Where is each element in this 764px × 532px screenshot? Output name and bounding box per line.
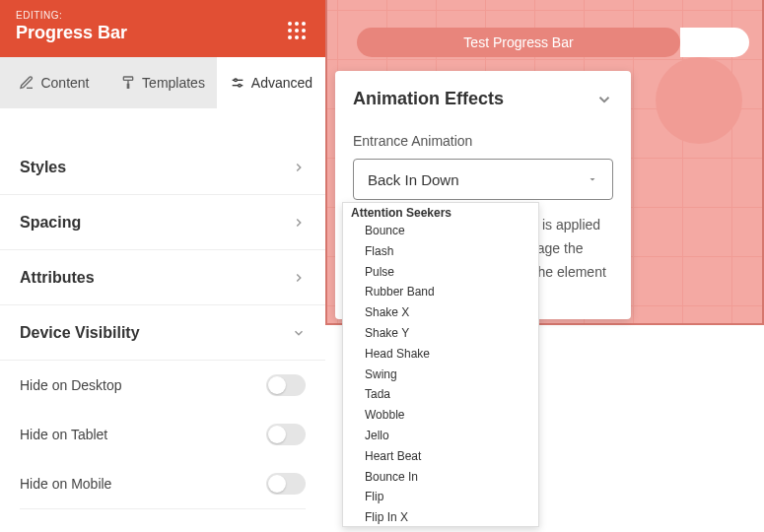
section-spacing[interactable]: Spacing xyxy=(0,195,325,250)
dropdown-item[interactable]: Jello xyxy=(343,426,538,446)
section-attributes[interactable]: Attributes xyxy=(0,250,325,305)
svg-point-2 xyxy=(235,79,238,82)
section-spacing-label: Spacing xyxy=(20,214,81,232)
dropdown-item[interactable]: Shake X xyxy=(343,302,538,323)
dropdown-item[interactable]: Flip xyxy=(343,487,538,507)
dropdown-item[interactable]: Bounce xyxy=(343,221,538,241)
editor-header: EDITING: Progress Bar xyxy=(0,0,325,57)
select-value: Back In Down xyxy=(368,171,459,188)
animation-dropdown: Attention Seekers BounceFlashPulseRubber… xyxy=(342,202,539,527)
editing-label: EDITING: xyxy=(16,10,310,21)
hide-tablet-label: Hide on Tablet xyxy=(20,427,107,442)
progress-bar-label: Test Progress Bar xyxy=(463,34,573,50)
chevron-right-icon xyxy=(292,161,306,174)
tab-advanced-label: Advanced xyxy=(251,75,313,91)
svg-point-3 xyxy=(239,84,242,87)
pencil-icon xyxy=(19,75,35,91)
toggle-row-hide-desktop: Hide on Desktop xyxy=(0,361,325,410)
dropdown-item[interactable]: Bounce In xyxy=(343,467,538,488)
dropdown-items-attention: BounceFlashPulseRubber BandShake XShake … xyxy=(343,221,538,527)
dropdown-item[interactable]: Shake Y xyxy=(343,323,538,344)
dropdown-item[interactable]: Pulse xyxy=(343,262,538,283)
sliders-icon xyxy=(230,75,245,91)
tab-content[interactable]: Content xyxy=(0,57,108,108)
dropdown-item[interactable]: Flip In X xyxy=(343,507,538,527)
caret-down-icon xyxy=(587,173,598,185)
dropdown-item[interactable]: Flash xyxy=(343,241,538,262)
section-device-visibility[interactable]: Device Visibility xyxy=(0,305,325,361)
progress-bar-fill[interactable]: Test Progress Bar xyxy=(357,28,680,57)
editor-title: Progress Bar xyxy=(16,23,310,43)
dropdown-item[interactable]: Wobble xyxy=(343,405,538,426)
paint-icon xyxy=(120,75,136,91)
tab-content-label: Content xyxy=(40,75,89,91)
editor-sidebar: EDITING: Progress Bar Content Templates … xyxy=(0,0,325,532)
tab-advanced[interactable]: Advanced xyxy=(217,57,325,108)
hide-desktop-label: Hide on Desktop xyxy=(20,377,122,393)
tab-templates-label: Templates xyxy=(142,75,205,91)
dropdown-item[interactable]: Heart Beat xyxy=(343,446,538,467)
dropdown-group-attention: Attention Seekers xyxy=(343,203,538,221)
tab-templates[interactable]: Templates xyxy=(108,57,217,108)
dropdown-item[interactable]: Tada xyxy=(343,384,538,405)
dropdown-item[interactable]: Rubber Band xyxy=(343,282,538,302)
hide-desktop-toggle[interactable] xyxy=(266,374,306,396)
toggle-row-hide-mobile: Hide on Mobile xyxy=(0,459,325,508)
toggle-row-hide-tablet: Hide on Tablet xyxy=(0,410,325,459)
entrance-animation-select[interactable]: Back In Down xyxy=(353,159,613,200)
panel-title: Animation Effects xyxy=(353,89,504,109)
section-styles[interactable]: Styles xyxy=(0,140,325,195)
chevron-right-icon xyxy=(292,216,306,230)
chevron-down-icon xyxy=(292,326,306,340)
apps-icon[interactable] xyxy=(288,22,306,39)
section-attributes-label: Attributes xyxy=(20,269,95,287)
hide-tablet-toggle[interactable] xyxy=(266,424,306,445)
section-styles-label: Styles xyxy=(20,159,66,176)
hide-mobile-label: Hide on Mobile xyxy=(20,476,111,492)
progress-bar-track xyxy=(680,28,749,57)
hide-mobile-toggle[interactable] xyxy=(266,473,306,495)
dropdown-item[interactable]: Swing xyxy=(343,365,538,385)
dropdown-item[interactable]: Head Shake xyxy=(343,344,538,365)
tab-bar: Content Templates Advanced xyxy=(0,57,325,108)
chevron-down-icon[interactable] xyxy=(595,91,613,108)
section-device-visibility-label: Device Visibility xyxy=(20,324,140,342)
divider xyxy=(20,508,306,509)
entrance-animation-label: Entrance Animation xyxy=(353,133,613,149)
chevron-right-icon xyxy=(292,271,306,285)
